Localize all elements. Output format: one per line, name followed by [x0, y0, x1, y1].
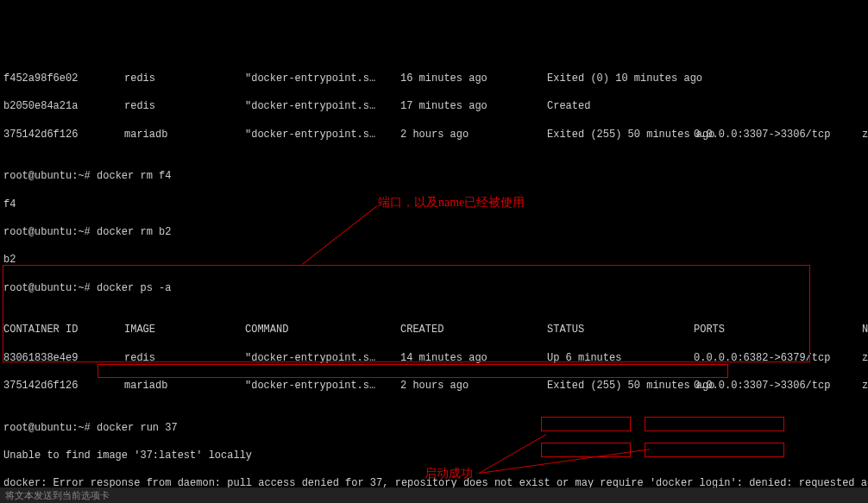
table-header: CONTAINER IDIMAGECOMMANDCREATEDSTATUSPOR… [3, 323, 868, 336]
container-row: f452a98f6e02redis"docker-entrypoint.s…16… [3, 72, 868, 85]
annotation-box [97, 364, 728, 378]
annotation-text: 启动成功 [425, 466, 473, 482]
container-row: 375142d6f126mariadb"docker-entrypoint.s…… [3, 128, 868, 141]
status-bar: 将文本发送到当前选项卡 [0, 487, 868, 503]
container-row: 83061838e4e9redis"docker-entrypoint.s…14… [3, 351, 868, 365]
annotation-text: 端口，以及name已经被使用 [378, 195, 525, 211]
annotation-box [3, 265, 810, 362]
terminal-line[interactable]: root@ubuntu:~# docker rm b2 [3, 225, 868, 239]
terminal-output: Unable to find image '37:latest' locally [3, 449, 868, 462]
container-row: b2050e84a21aredis"docker-entrypoint.s…17… [3, 99, 868, 113]
terminal-output: b2 [3, 253, 868, 267]
terminal-line[interactable]: root@ubuntu:~# docker rm f4 [3, 169, 868, 183]
terminal-line[interactable]: root@ubuntu:~# docker run 37 [3, 421, 868, 435]
container-row: 375142d6f126mariadb"docker-entrypoint.s…… [3, 379, 868, 393]
terminal-line[interactable]: root@ubuntu:~# docker ps -a [3, 281, 868, 295]
